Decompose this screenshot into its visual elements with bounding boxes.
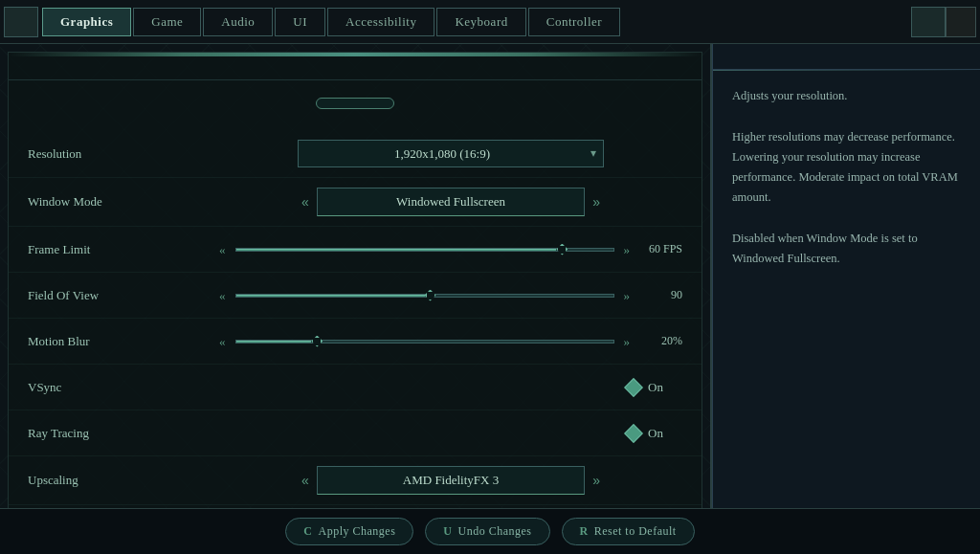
bottom-btn-reset-to-default[interactable]: R Reset to Default [562,518,695,545]
setting-row-6: Ray TracingOn [9,410,702,456]
slider-value-2: 60 FPS [639,242,682,256]
slider-right-arrows-4[interactable]: » [624,334,631,349]
setting-label-6: Ray Tracing [28,426,219,441]
setting-row-4: Motion Blur«»20% [9,319,702,365]
setting-label-3: Field Of View [28,288,219,303]
slider-fill-4 [236,341,312,343]
btn-label-0: Apply Changes [319,524,396,539]
slider-container-4: «»20% [219,334,682,349]
setting-row-2: Frame Limit«»60 FPS [9,227,702,273]
arrow-value-1: Windowed Fullscreen [317,188,585,216]
right-panel: Adjusts your resolution.Higher resolutio… [712,44,980,508]
slider-fill-3 [236,295,425,297]
setting-row-3: Field Of View«»90 [9,273,702,319]
bottom-btn-undo-changes[interactable]: U Undo Changes [425,518,549,545]
slider-track-3[interactable] [235,294,614,298]
left-panel: Resolution1,920x1,080 (16:9)▾Window Mode… [0,44,712,508]
nav-tab-graphics[interactable]: Graphics [42,8,131,36]
slider-container-2: «»60 FPS [219,242,682,257]
dropdown-0: 1,920x1,080 (16:9)▾ [298,140,604,167]
setting-control-4: «»20% [219,334,682,349]
bottom-bar: C Apply ChangesU Undo ChangesR Reset to … [0,508,980,554]
slider-left-arrows-4[interactable]: « [219,334,226,349]
btn-key-1: U [443,524,452,539]
slider-left-arrows-3[interactable]: « [219,288,226,303]
nav-e-button[interactable] [911,7,946,37]
bottom-btn-apply-changes[interactable]: C Apply Changes [285,518,413,545]
slider-container-3: «»90 [219,288,682,303]
info-body: Adjusts your resolution.Higher resolutio… [713,71,980,284]
setting-control-3: «»90 [219,288,682,303]
arrow-select-1: «Windowed Fullscreen» [298,188,604,216]
setting-control-5: On [219,380,682,395]
close-button[interactable] [946,7,976,37]
panel-title [9,56,702,80]
slider-right-icon: » [624,334,631,349]
setting-label-0: Resolution [28,146,219,162]
setting-row-7: Upscaling«AMD FidelityFX 3» [9,456,702,505]
btn-key-2: R [580,524,589,539]
setting-row-1: Window Mode«Windowed Fullscreen» [9,178,702,227]
slider-fill-2 [236,249,557,251]
slider-track-4[interactable] [235,340,614,343]
setting-label-1: Window Mode [28,194,219,210]
nav-tab-ui[interactable]: UI [275,8,325,36]
settings-panel: Resolution1,920x1,080 (16:9)▾Window Mode… [8,52,702,508]
nav-tab-accessibility[interactable]: Accessibility [327,8,434,36]
toggle-value-6: On [648,426,663,441]
toggle-5[interactable]: On [627,380,663,395]
slider-thumb-2 [556,244,568,255]
top-navigation: GraphicsGameAudioUIAccessibilityKeyboard… [0,0,980,44]
toggle-diamond-icon-6 [624,424,643,443]
arrow-value-7: AMD FidelityFX 3 [317,466,585,495]
setting-label-4: Motion Blur [28,334,219,349]
arrow-left-btn-7[interactable]: « [298,471,313,490]
slider-right-icon: » [624,288,631,303]
nav-tabs-container: GraphicsGameAudioUIAccessibilityKeyboard… [38,8,911,36]
settings-list: Resolution1,920x1,080 (16:9)▾Window Mode… [9,126,702,508]
setting-control-7: «AMD FidelityFX 3» [219,466,682,495]
nav-tab-audio[interactable]: Audio [203,8,273,36]
setting-row-0: Resolution1,920x1,080 (16:9)▾ [9,130,702,178]
btn-label-1: Undo Changes [458,524,532,539]
setting-label-5: VSync [28,380,219,395]
setting-control-0: 1,920x1,080 (16:9)▾ [219,140,682,167]
setting-row-8: FSR Super Resolution Quality«Quality» [9,505,702,508]
slider-value-3: 90 [639,288,682,302]
main-content: Resolution1,920x1,080 (16:9)▾Window Mode… [0,44,980,508]
toggle-diamond-icon-5 [624,378,643,397]
slider-left-icon: « [219,288,226,303]
slider-right-icon: » [624,242,631,257]
toggle-value-5: On [648,380,663,395]
slider-left-icon: « [219,334,226,349]
info-title [713,44,980,70]
setting-label-7: Upscaling [28,473,219,488]
slider-value-4: 20% [639,334,682,348]
slider-thumb-4 [311,336,323,347]
slider-left-icon: « [219,242,226,257]
arrow-select-7: «AMD FidelityFX 3» [298,466,604,495]
resolution-select[interactable]: 1,920x1,080 (16:9) [298,140,604,167]
btn-label-2: Reset to Default [594,524,677,539]
slider-right-arrows-2[interactable]: » [624,242,631,257]
slider-left-arrows-2[interactable]: « [219,242,226,257]
toggle-6[interactable]: On [627,426,663,441]
setting-control-6: On [219,426,682,441]
gamma-button[interactable] [316,98,394,109]
arrow-right-btn-7[interactable]: » [589,471,604,490]
setting-label-2: Frame Limit [28,242,219,257]
slider-right-arrows-3[interactable]: » [624,288,631,303]
nav-tab-controller[interactable]: Controller [528,8,620,36]
setting-control-1: «Windowed Fullscreen» [219,188,682,216]
btn-key-0: C [303,524,312,539]
setting-control-2: «»60 FPS [219,242,682,257]
nav-q-button[interactable] [4,7,38,37]
setting-row-5: VSyncOn [9,365,702,410]
nav-tab-game[interactable]: Game [133,8,201,36]
slider-track-2[interactable] [235,248,614,252]
slider-thumb-3 [425,290,436,301]
nav-tab-keyboard[interactable]: Keyboard [436,8,525,36]
arrow-left-btn-1[interactable]: « [298,192,313,211]
arrow-right-btn-1[interactable]: » [589,192,604,211]
